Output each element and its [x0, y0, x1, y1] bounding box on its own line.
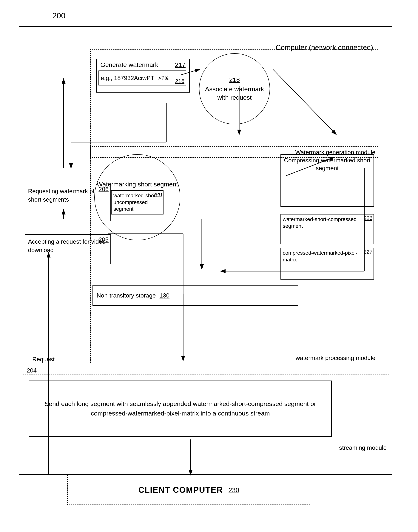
- wm-proc-module: watermark processing module Watermarking…: [90, 146, 378, 363]
- pixel-matrix-num: 227: [364, 249, 372, 255]
- ref-204: 204: [27, 367, 37, 374]
- wm-example-box: e.g., 187932AciwPT+>?& 216: [98, 71, 186, 85]
- wm-example-num: 216: [175, 78, 185, 84]
- accept-num: 205: [99, 236, 109, 243]
- wm-proc-module-label: watermark processing module: [296, 354, 375, 362]
- wm-gen-module: Watermark generation module Generate wat…: [90, 49, 378, 158]
- stream-module-label: streaming module: [339, 444, 387, 451]
- assoc-num: 218: [229, 76, 240, 83]
- wm-compressed-box: watermarked-short-compressed segment 226: [280, 214, 374, 244]
- figure-number: 200: [52, 11, 65, 20]
- req-wm-text: Requesting watermark of short segments: [28, 188, 94, 203]
- req-wm-num: 206: [99, 186, 109, 193]
- diagram-container: 200 Computer (network connected) Waterma…: [15, 11, 398, 525]
- storage-box: Non-transitory storage 130: [93, 285, 298, 306]
- compress-title: Compressing watermarked short segment: [281, 155, 373, 174]
- wm-uncompressed-num: 220: [153, 192, 162, 197]
- storage-text: Non-transitory storage: [97, 292, 156, 299]
- gen-wm-label: Generate watermark: [100, 61, 158, 68]
- accept-box: 205 Accepting a request for video downlo…: [25, 234, 111, 264]
- accept-text: Accepting a request for video download: [28, 238, 105, 253]
- gen-wm-box: Generate watermark 217 e.g., 187932AciwP…: [96, 59, 190, 93]
- pixel-matrix-text: compressed-watermarked-pixel-matrix: [283, 250, 372, 263]
- wm-example-text: e.g., 187932AciwPT+>?&: [101, 75, 169, 82]
- stream-module: streaming module Send each long segment …: [23, 375, 389, 453]
- wm-uncompressed-box: watermarked-short-uncompressed segment 2…: [111, 190, 163, 215]
- request-label: Request: [32, 356, 55, 363]
- client-box: CLIENT COMPUTER 230: [67, 475, 310, 505]
- send-box: Send each long segment with seamlessly a…: [29, 381, 332, 437]
- client-text: CLIENT COMPUTER: [138, 485, 223, 495]
- storage-num: 130: [160, 292, 170, 299]
- compress-box: Compressing watermarked short segment: [280, 154, 374, 207]
- send-text: Send each long segment with seamlessly a…: [33, 399, 327, 418]
- assoc-text: Associate watermark with request: [199, 85, 270, 101]
- main-box: Computer (network connected) Watermark g…: [19, 26, 392, 475]
- wm-compressed-num: 226: [364, 215, 372, 221]
- assoc-circle: 218 Associate watermark with request: [199, 53, 270, 124]
- pixel-matrix-box: compressed-watermarked-pixel-matrix 227: [280, 248, 374, 279]
- wm-uncompressed-text: watermarked-short-uncompressed segment: [113, 193, 159, 212]
- req-wm-box: 206 Requesting watermark of short segmen…: [25, 184, 111, 221]
- wm-compressed-text: watermarked-short-compressed segment: [283, 216, 372, 230]
- gen-wm-number: 217: [175, 61, 186, 68]
- client-num: 230: [229, 486, 239, 494]
